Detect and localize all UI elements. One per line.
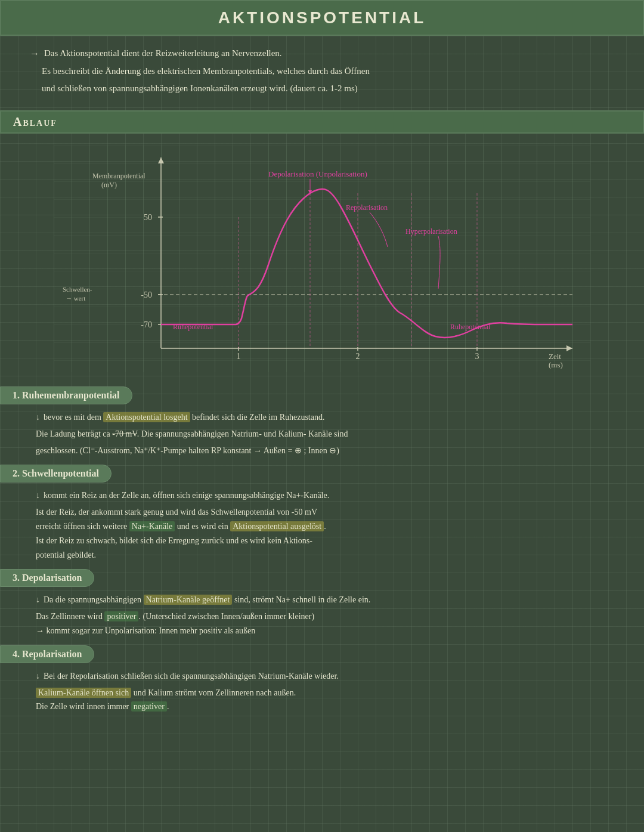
action-potential-chart: 50 -50 -70 Membranpotential (mV) Schwell… [54,146,590,372]
svg-text:Schwellen-: Schwellen- [63,286,92,293]
svg-text:(ms): (ms) [549,360,563,369]
bullet-4: ↓ [36,669,40,683]
page-title: AKTIONSPOTENTIAL [218,8,426,27]
arrow-icon: → [30,47,39,61]
section-3-line-1: ↓ Da die spannungsabhängigen Natrium-Kan… [36,593,614,607]
section-2-number: 2. [13,468,22,478]
svg-text:-50: -50 [141,290,152,299]
svg-text:Hyperpolarisation: Hyperpolarisation [405,227,457,236]
section-2-text-4: Ist der Reiz zu schwach, bildet sich die… [36,536,312,545]
section-1-text-3: geschlossen. (Cl⁻-Ausstrom, Na⁺/K⁺-Pumpe… [36,446,339,455]
section-1-number: 1. [13,390,22,400]
section-2-label: 2. Schwellenpotential [0,465,112,483]
page: AKTIONSPOTENTIAL → Das Aktionspotential … [0,0,644,719]
section-2-line-4: Ist der Reiz zu schwach, bildet sich die… [36,534,614,548]
svg-text:Depolarisation (Unpolarisation: Depolarisation (Unpolarisation) [268,169,367,178]
strikethrough-70: -70 mV [112,429,137,438]
section-1: 1. Ruhemembranpotential ↓ bevor es mit d… [0,384,644,462]
section-4-text-2: Kalium-Kanäle öffnen sich und Kalium str… [36,688,296,698]
bullet-1: ↓ [36,410,40,425]
svg-text:Ruhepotential: Ruhepotential [173,323,213,331]
highlight-negativer: negativer [131,701,167,712]
intro-line-3: und schließen von spannungsabhängigen Io… [30,82,614,95]
bullet-3: ↓ [36,593,40,607]
highlight-natrium: Natrium-Kanäle geöffnet [144,595,233,605]
svg-text:(mV): (mV) [101,181,117,189]
svg-text:2: 2 [356,352,360,361]
title-bar: AKTIONSPOTENTIAL [0,0,644,36]
section-2-content: ↓ kommt ein Reiz an der Zelle an, öffnen… [0,485,644,567]
section-1-content: ↓ bevor es mit dem Aktionspotential losg… [0,407,644,462]
section-1-text-2: Die Ladung beträgt ca -70 mV. Die spannu… [36,427,348,441]
section-4-label: 4. Repolarisation [0,645,94,663]
svg-text:Membranpotential: Membranpotential [92,172,145,180]
section-1-title: Ruhemembranpotential [22,390,120,400]
section-2-line-5: potential gebildet. [36,548,614,562]
section-2-line-2: Ist der Reiz, der ankommt stark genug un… [36,505,614,519]
highlight-positiver: positiver [104,611,138,621]
section-1-label: 1. Ruhemembranpotential [0,386,132,404]
section-4-text-3: Die Zelle wird innen immer negativer. [36,701,169,712]
bullet-2: ↓ [36,488,40,503]
section-3-text-2: Das Zellinnere wird positiver. (Untersch… [36,611,314,621]
section-2-text-5: potential gebildet. [36,550,96,559]
section-3-content: ↓ Da die spannungsabhängigen Natrium-Kan… [0,589,644,642]
highlight-aktionspotential-2: Aktionspotential ausgelöst [230,521,324,531]
svg-text:3: 3 [475,352,479,361]
section-3-line-2: Das Zellinnere wird positiver. (Untersch… [36,610,614,624]
section-4-line-2: Kalium-Kanäle öffnen sich und Kalium str… [36,686,614,700]
section-4-number: 4. [13,649,22,659]
highlight-kalium: Kalium-Kanäle öffnen sich [36,688,131,698]
section-3-text-1: Da die spannungsabhängigen Natrium-Kanäl… [44,593,370,607]
svg-text:→  wert: → wert [66,295,85,302]
section-3: 3. Depolarisation ↓ Da die spannungsabhä… [0,567,644,642]
highlight-aktionspotential: Aktionspotential losgeht [103,412,190,422]
section-1-line-3: geschlossen. (Cl⁻-Ausstrom, Na⁺/K⁺-Pumpe… [36,444,614,458]
section-1-line-1: ↓ bevor es mit dem Aktionspotential losg… [36,410,614,425]
section-2-line-1: ↓ kommt ein Reiz an der Zelle an, öffnen… [36,488,614,503]
section-2-text-3: erreicht öffnen sich weitere Na+-Kanäle … [36,521,326,531]
svg-text:-70: -70 [141,320,152,329]
section-2-line-3: erreicht öffnen sich weitere Na+-Kanäle … [36,519,614,534]
section-2-text-1: kommt ein Reiz an der Zelle an, öffnen s… [44,488,329,503]
arrow-point-3: → [36,626,44,635]
section-3-line-3: → kommt sogar zur Unpolarisation: Innen … [36,624,614,638]
section-4: 4. Repolarisation ↓ Bei der Repolarisati… [0,643,644,719]
intro-section: → Das Aktionspotential dient der Reizwei… [0,36,644,104]
section-4-content: ↓ Bei der Repolarisation schließen sich … [0,666,644,719]
intro-line-2: Es beschreibt die Änderung des elektrisc… [30,64,614,78]
intro-line-1: → Das Aktionspotential dient der Reizwei… [30,47,614,61]
intro-text-2: Es beschreibt die Änderung des elektrisc… [42,66,370,76]
section-3-number: 3. [13,573,22,583]
ablauf-title: Ablauf [13,115,57,128]
section-1-text-1: bevor es mit dem Aktionspotential losgeh… [44,410,324,425]
intro-text-3: und schließen von spannungsabhängigen Io… [42,83,358,93]
highlight-na-kanaele: Na+-Kanäle [129,521,175,531]
ablauf-header: Ablauf [0,110,644,134]
section-3-text-3: kommt sogar zur Unpolarisation: Innen me… [47,626,256,635]
svg-text:50: 50 [144,213,152,222]
svg-text:Repolarisation: Repolarisation [346,203,388,212]
section-2-text-2: Ist der Reiz, der ankommt stark genug un… [36,508,317,516]
section-4-title: Repolarisation [22,649,82,659]
svg-text:Zeit: Zeit [549,352,561,361]
section-4-text-1: Bei der Repolarisation schließen sich di… [44,669,339,683]
intro-text-1: Das Aktionspotential dient der Reizweite… [44,47,282,61]
svg-text:Ruhepotential: Ruhepotential [450,323,491,331]
svg-text:1: 1 [237,352,241,361]
chart-container: 50 -50 -70 Membranpotential (mV) Schwell… [0,140,644,384]
section-1-line-2: Die Ladung beträgt ca -70 mV. Die spannu… [36,427,614,441]
section-3-label: 3. Depolarisation [0,569,94,587]
section-2: 2. Schwellenpotential ↓ kommt ein Reiz a… [0,462,644,567]
section-2-title: Schwellenpotential [22,468,99,478]
section-4-line-1: ↓ Bei der Repolarisation schließen sich … [36,669,614,683]
section-4-line-3: Die Zelle wird innen immer negativer. [36,700,614,714]
section-3-title: Depolarisation [22,573,82,583]
